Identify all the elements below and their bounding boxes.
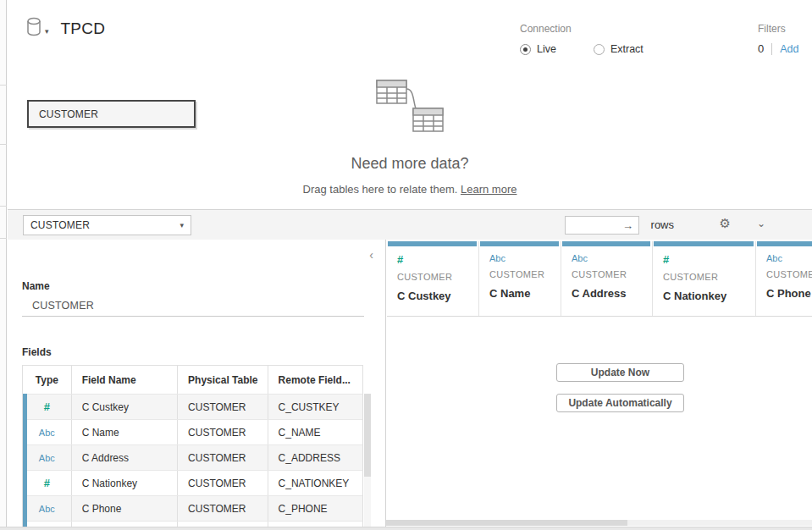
grid-column-header[interactable]: Abc CUSTOMER C Address	[561, 241, 653, 316]
pane-tick	[0, 85, 7, 86]
collapsed-left-pane[interactable]	[0, 0, 7, 530]
column-accent-bar	[562, 241, 650, 246]
selection-accent-bar	[23, 394, 27, 527]
grid-column-header[interactable]: # CUSTOMER C Custkey	[387, 241, 479, 316]
filters-divider	[771, 43, 772, 55]
grid-horizontal-scrollbar[interactable]	[386, 520, 812, 526]
update-now-button[interactable]: Update Now	[556, 363, 684, 382]
scrollbar-thumb[interactable]	[386, 520, 627, 526]
learn-more-link[interactable]: Learn more	[461, 183, 516, 196]
col-header-field-name[interactable]: Field Name	[72, 366, 178, 394]
datasource-header: ▾ TPCD	[25, 17, 105, 40]
datasource-title[interactable]: TPCD	[61, 19, 106, 38]
collapse-panel-icon[interactable]: ‹	[369, 248, 373, 262]
rows-label: rows	[651, 218, 674, 231]
select-caret-icon: ▾	[180, 221, 184, 229]
pane-tick	[0, 144, 7, 145]
filters-count: 0	[758, 42, 764, 55]
filters-add-link[interactable]: Add	[780, 43, 798, 55]
col-header-physical-table[interactable]: Physical Table	[178, 366, 268, 394]
column-accent-bar	[654, 241, 754, 246]
datasource-canvas: ▾ TPCD Connection Live Extract Filters 0	[8, 0, 812, 209]
grid-column-header[interactable]: Abc CUSTOMER C Name	[479, 241, 561, 316]
column-accent-bar	[388, 241, 477, 246]
table-row[interactable]: # C Nationkey CUSTOMER C_NATIONKEY	[23, 470, 362, 495]
col-header-remote-field[interactable]: Remote Field...	[268, 366, 362, 394]
fields-table-header: Type Field Name Physical Table Remote Fi…	[23, 366, 362, 394]
empty-state: Need more data? Drag tables here to rela…	[8, 78, 812, 196]
connection-label: Connection	[520, 23, 644, 35]
column-accent-bar	[757, 241, 812, 246]
number-type-icon[interactable]: #	[44, 477, 50, 489]
radio-extract-circle[interactable]	[594, 44, 605, 55]
number-type-icon: #	[397, 253, 478, 266]
rows-count-input[interactable]: →	[565, 216, 639, 235]
fields-label: Fields	[22, 346, 52, 358]
grid-column-header[interactable]: # CUSTOMER C Nationkey	[653, 241, 756, 316]
filters-label: Filters	[758, 23, 798, 35]
empty-state-title: Need more data?	[8, 155, 812, 173]
window-bottom-edge	[0, 527, 812, 530]
relate-tables-icon	[369, 78, 450, 138]
table-select-dropdown[interactable]: CUSTOMER ▾	[23, 215, 191, 235]
radio-extract[interactable]: Extract	[594, 43, 644, 55]
name-label: Name	[22, 280, 50, 292]
pane-tick	[0, 206, 7, 207]
bottom-area: ‹ Name CUSTOMER Fields Type Field Name P…	[8, 240, 812, 530]
grid-column-header[interactable]: Abc CUSTOMER C Phone	[756, 241, 812, 316]
arrow-right-icon[interactable]: →	[622, 219, 633, 232]
column-accent-bar	[480, 241, 559, 246]
data-preview-grid: # CUSTOMER C Custkey Abc CUSTOMER C Name…	[386, 240, 812, 530]
tableau-datasource-page: ▾ TPCD Connection Live Extract Filters 0	[0, 0, 812, 530]
string-type-icon[interactable]: Abc	[39, 504, 55, 514]
number-type-icon: #	[663, 253, 755, 266]
fields-table-scrollbar[interactable]	[364, 394, 371, 530]
string-type-icon: Abc	[489, 253, 561, 263]
number-type-icon[interactable]: #	[44, 400, 50, 413]
database-caret-icon[interactable]: ▾	[45, 27, 49, 36]
database-icon[interactable]	[25, 17, 42, 40]
empty-state-subtitle: Drag tables here to relate them. Learn m…	[8, 183, 812, 196]
table-details-panel: ‹ Name CUSTOMER Fields Type Field Name P…	[8, 240, 385, 530]
scrollbar-thumb[interactable]	[364, 394, 371, 477]
string-type-icon: Abc	[572, 253, 652, 263]
table-row[interactable]: Abc C Address CUSTOMER C_ADDRESS	[23, 444, 362, 470]
string-type-icon[interactable]: Abc	[39, 453, 55, 463]
pane-tick	[0, 238, 7, 239]
string-type-icon: Abc	[766, 253, 812, 263]
filters-group: Filters 0 Add	[758, 23, 798, 55]
table-row[interactable]: Abc C Name CUSTOMER C_NAME	[23, 419, 362, 444]
grid-toolbar: CUSTOMER ▾ → rows ⚙ ⌄	[8, 209, 812, 240]
update-automatically-button[interactable]: Update Automatically	[556, 394, 684, 412]
table-row[interactable]: # C Custkey CUSTOMER C_CUSTKEY	[23, 394, 362, 419]
gear-icon[interactable]: ⚙	[720, 217, 731, 229]
col-header-type[interactable]: Type	[23, 366, 72, 394]
grid-header-row: # CUSTOMER C Custkey Abc CUSTOMER C Name…	[387, 241, 812, 317]
radio-live-circle[interactable]	[520, 44, 531, 55]
string-type-icon[interactable]: Abc	[39, 428, 55, 438]
table-row[interactable]: Abc C Phone CUSTOMER C_PHONE	[23, 495, 362, 521]
table-name-input[interactable]: CUSTOMER	[22, 295, 364, 317]
radio-live[interactable]: Live	[520, 43, 556, 55]
chevron-down-icon[interactable]: ⌄	[757, 218, 765, 229]
fields-table: Type Field Name Physical Table Remote Fi…	[22, 365, 363, 530]
connection-group: Connection Live Extract	[520, 23, 644, 55]
